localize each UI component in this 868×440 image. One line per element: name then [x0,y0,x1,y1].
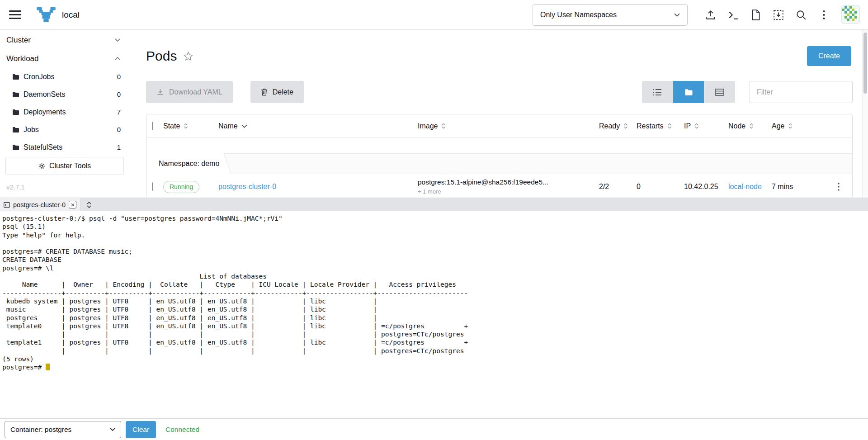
column-header-name[interactable]: Name [218,122,418,130]
file-icon[interactable] [745,6,767,24]
column-header-label: Age [772,122,784,130]
column-header-age[interactable]: Age [772,122,825,130]
sort-icon [749,123,754,129]
grouped-view-folder-icon [684,89,693,95]
download-icon [156,88,164,96]
sort-icon [694,123,699,129]
chevron-down-icon [110,428,115,431]
clear-button[interactable]: Clear [126,421,156,438]
kubectl-shell-icon[interactable] [722,6,745,24]
gear-icon [38,163,45,170]
close-icon[interactable] [69,201,76,208]
sidebar-item-jobs[interactable]: Jobs 0 [0,121,141,138]
terminal-text: postgres-cluster-0:/$ psql -d "user=post… [2,214,868,363]
cluster-tools-label: Cluster Tools [49,162,91,170]
list-view-toggle[interactable] [642,81,673,103]
column-header-restarts[interactable]: Restarts [637,122,684,130]
cluster-name: local [62,10,80,20]
namespace-group-row: Namespace: demo [146,153,852,174]
row-checkbox[interactable] [152,182,153,191]
status-badge: Running [163,181,199,193]
header-action-icons [699,6,835,24]
menu-icon[interactable] [9,10,21,19]
folder-icon [12,127,19,132]
import-yaml-icon[interactable] [767,6,790,24]
flat-view-toggle[interactable] [704,81,735,103]
column-header-ip[interactable]: IP [684,122,728,130]
sidebar-section-cluster[interactable]: Cluster [0,31,141,49]
filter-input[interactable] [750,81,853,103]
table-header-row: State Name Image Ready Restarts [146,114,852,138]
sidebar-item-label: Jobs [24,126,39,134]
namespace-filter-dropdown[interactable]: Only User Namespaces [533,4,688,26]
user-avatar[interactable] [841,5,860,24]
container-select[interactable]: Container: postgres [5,421,121,438]
upload-icon[interactable] [699,6,722,24]
table-toolbar: Download YAML Delete [146,81,853,103]
top-header: local Only User Namespaces [0,0,868,30]
sidebar-item-label: DaemonSets [24,90,66,99]
create-button-label: Create [818,52,840,60]
title-row: Pods Create [146,46,851,66]
chevron-down-icon [674,13,680,17]
terminal-tab-bar: postgres-cluster-0 [0,198,868,211]
sidebar-item-label: CronJobs [24,73,54,81]
folder-icon [12,91,19,97]
sidebar-section-label: Workload [6,54,39,63]
sort-icon [184,123,188,129]
delete-label: Delete [273,88,293,96]
terminal-tab-icon [4,202,10,208]
favorite-star-icon[interactable] [184,52,193,61]
terminal-footer: Container: postgres Clear Connected [0,418,868,440]
sidebar-section-label: Cluster [6,36,31,45]
container-select-value: Container: postgres [10,426,71,434]
sidebar-item-cronjobs[interactable]: CronJobs 0 [0,68,141,85]
rancher-logo[interactable] [37,7,56,23]
terminal-prompt: postgres=# [2,364,46,371]
sidebar-item-label: Deployments [24,108,66,116]
namespace-group-tab: Namespace: demo [146,153,221,174]
folder-icon [12,74,19,80]
column-header-node[interactable]: Node [728,122,772,130]
image-name: postgres:15.1-alpine@sha256:f19eede5... [418,178,599,187]
list-view-icon [653,89,662,96]
node-link[interactable]: local-node [728,183,762,190]
column-header-image[interactable]: Image [418,122,599,130]
select-all-checkbox[interactable] [152,122,153,130]
pod-name-link[interactable]: postgres-cluster-0 [218,183,276,190]
view-toggle-group [642,81,735,103]
row-actions-kebab-icon[interactable] [825,183,852,191]
terminal-tab[interactable]: postgres-cluster-0 [0,198,81,211]
sidebar-item-daemonsets[interactable]: DaemonSets 0 [0,85,141,103]
search-icon[interactable] [790,6,812,24]
terminal-panel: postgres-cluster-0 postgres-cluster-0:/$… [0,198,868,440]
kebab-menu-icon[interactable] [812,6,835,24]
ready-cell: 2/2 [599,183,637,191]
sidebar-section-workload[interactable]: Workload [0,49,141,68]
column-header-label: Image [418,122,438,130]
column-header-ready[interactable]: Ready [599,122,637,130]
sort-desc-icon [241,124,247,128]
sort-icon [788,123,793,129]
terminal-output[interactable]: postgres-cluster-0:/$ psql -d "user=post… [0,211,868,418]
sidebar-item-statefulsets[interactable]: StatefulSets 1 [0,138,141,156]
page-scrollbar[interactable] [862,30,868,198]
sidebar-item-count: 0 [117,126,121,133]
column-header-state[interactable]: State [163,122,218,130]
table-row[interactable]: Running postgres-cluster-0 postgres:15.1… [146,174,852,199]
sidebar-item-count: 0 [117,73,121,80]
create-button[interactable]: Create [807,46,851,66]
terminal-resize-handle[interactable] [81,198,97,211]
delete-button[interactable]: Delete [250,81,304,103]
header-right: Only User Namespaces [533,4,860,26]
sidebar-item-count: 7 [117,108,121,116]
grouped-view-toggle[interactable] [673,81,704,103]
flat-view-table-icon [715,89,724,96]
column-header-label: Ready [599,122,620,130]
cluster-tools-button[interactable]: Cluster Tools [5,157,124,175]
column-header-label: IP [684,122,691,130]
chevron-up-icon [115,57,120,60]
scrollbar-thumb[interactable] [863,33,867,94]
sidebar-item-deployments[interactable]: Deployments 7 [0,103,141,121]
download-yaml-button[interactable]: Download YAML [146,81,233,103]
